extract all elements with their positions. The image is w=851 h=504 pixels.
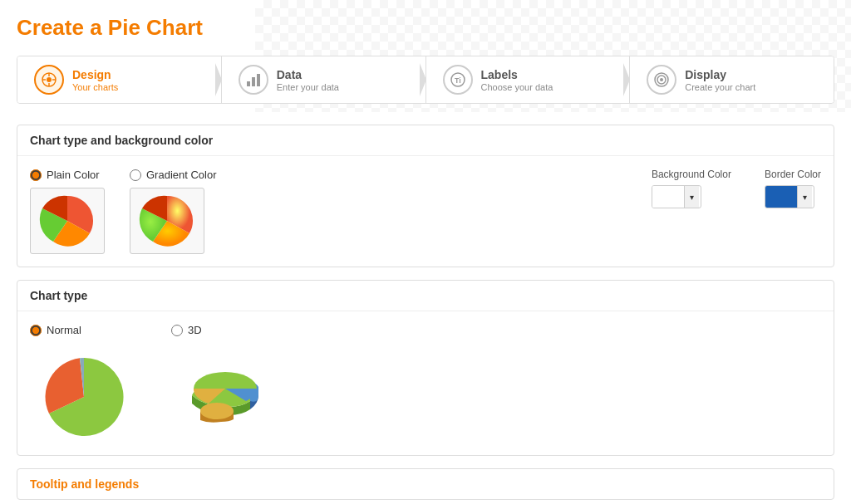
normal-chart-preview — [30, 351, 138, 443]
labels-icon: Ti — [443, 65, 473, 95]
color-type-section: Chart type and background color Plain Co… — [17, 125, 834, 267]
data-step-label: Data — [277, 68, 339, 81]
svg-rect-7 — [252, 77, 255, 86]
display-step-text: Display Create your chart — [685, 68, 755, 92]
gradient-color-text: Gradient Color — [146, 169, 217, 181]
svg-point-1 — [47, 77, 52, 82]
tooltip-section: Tooltip and legends — [17, 468, 834, 500]
plain-color-radio[interactable] — [30, 169, 42, 181]
plain-color-option: Plain Color — [30, 169, 105, 254]
left-options: Plain Color — [30, 169, 652, 254]
border-color-label: Border Color — [765, 169, 821, 180]
svg-point-13 — [660, 78, 663, 81]
border-color-dropdown[interactable]: ▾ — [765, 185, 814, 208]
labels-step-label: Labels — [481, 68, 553, 81]
chart-type-section-header: Chart type — [17, 281, 834, 311]
background-color-control: Background Color ▾ — [652, 169, 731, 208]
svg-text:Ti: Ti — [455, 76, 461, 85]
plain-pie-svg — [38, 192, 96, 250]
svg-rect-6 — [247, 81, 250, 86]
step-labels[interactable]: Ti Labels Choose your data — [426, 56, 631, 103]
border-color-control: Border Color ▾ — [765, 169, 821, 208]
border-color-box — [765, 186, 797, 208]
data-step-sublabel: Enter your data — [277, 82, 339, 92]
gradient-color-label[interactable]: Gradient Color — [130, 169, 217, 181]
color-type-section-body: Plain Color — [17, 156, 834, 267]
design-icon — [34, 65, 64, 95]
chart-type-section-body: Normal — [17, 311, 834, 455]
gradient-color-option: Gradient Color — [130, 169, 217, 254]
gradient-pie-svg — [138, 192, 196, 250]
normal-chart-label[interactable]: Normal — [30, 324, 81, 336]
svg-rect-8 — [257, 74, 260, 86]
gradient-color-radio[interactable] — [130, 169, 141, 181]
svg-point-14 — [200, 403, 234, 419]
chart-type-row: Normal — [30, 324, 821, 443]
display-icon — [647, 65, 676, 95]
design-step-text: Design Your charts — [72, 68, 118, 92]
gradient-color-thumbnail — [130, 188, 204, 254]
normal-chart-option: Normal — [30, 324, 138, 443]
3d-chart-text: 3D — [188, 324, 202, 336]
background-color-label: Background Color — [652, 169, 731, 180]
data-step-text: Data Enter your data — [277, 68, 339, 92]
3d-chart-preview — [171, 351, 279, 443]
border-color-arrow[interactable]: ▾ — [797, 186, 812, 208]
steps-nav: Design Your charts Data Enter your data — [17, 56, 834, 104]
chart-type-section: Chart type Normal — [17, 280, 834, 456]
tooltip-section-header: Tooltip and legends — [17, 469, 834, 499]
design-step-sublabel: Your charts — [72, 82, 118, 92]
step-display[interactable]: Display Create your chart — [630, 56, 834, 103]
background-color-box — [652, 186, 684, 208]
step-design[interactable]: Design Your charts — [17, 56, 222, 103]
header-area: Create a Pie Chart Design Y — [0, 0, 851, 112]
color-controls: Background Color ▾ Border Color ▾ — [652, 169, 821, 208]
step-data[interactable]: Data Enter your data — [222, 56, 426, 103]
color-type-section-header: Chart type and background color — [17, 125, 834, 156]
display-step-label: Display — [685, 68, 755, 81]
plain-color-label[interactable]: Plain Color — [30, 169, 100, 181]
background-color-arrow[interactable]: ▾ — [684, 186, 699, 208]
main-content: Chart type and background color Plain Co… — [0, 112, 851, 504]
3d-chart-option: 3D — [171, 324, 279, 443]
data-icon — [239, 65, 268, 95]
plain-color-thumbnail — [30, 188, 105, 254]
3d-chart-label[interactable]: 3D — [171, 324, 202, 336]
page-wrapper: Create a Pie Chart Design Y — [0, 0, 851, 504]
normal-chart-radio[interactable] — [30, 325, 42, 336]
3d-pie-svg — [175, 355, 275, 438]
labels-step-sublabel: Choose your data — [481, 82, 553, 92]
normal-chart-text: Normal — [47, 324, 81, 336]
3d-chart-radio[interactable] — [171, 325, 183, 336]
normal-pie-large-svg — [34, 351, 134, 443]
color-type-row-top: Plain Color — [30, 169, 821, 254]
labels-step-text: Labels Choose your data — [481, 68, 553, 92]
page-title: Create a Pie Chart — [17, 15, 834, 41]
background-color-dropdown[interactable]: ▾ — [652, 185, 701, 208]
plain-color-text: Plain Color — [47, 169, 100, 181]
display-step-sublabel: Create your chart — [685, 82, 755, 92]
design-step-label: Design — [72, 68, 118, 81]
